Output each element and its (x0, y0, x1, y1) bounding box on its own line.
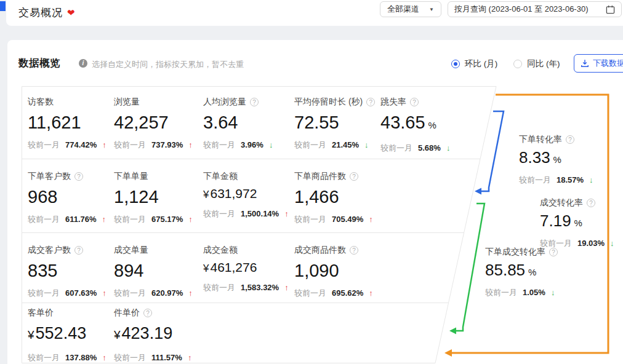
favorite-heart-icon[interactable]: ❤ (67, 7, 76, 18)
date-range-picker[interactable]: 按月查询 (2023-06-01 至 2023-06-30) (448, 1, 622, 17)
help-icon[interactable]: ? (143, 309, 152, 317)
change-value: 5.68% (418, 143, 441, 152)
metric-value: 894 (114, 261, 193, 280)
percent-suffix: % (528, 263, 536, 281)
page-title-text: 交易概况 (18, 6, 63, 20)
metric-value: 43.65% (380, 113, 450, 135)
metric-card-avg-stay-seconds: 平均停留时长 (秒)? 72.55 较前一月 21.45% ↓ (294, 97, 375, 149)
trend-arrow-icon: ↓ (610, 239, 614, 248)
help-icon[interactable]: ? (350, 172, 358, 181)
metric-card-order-conversion-rate: 下单转化率? 8.33% 较前一月 18.57% ↓ (519, 135, 593, 184)
help-icon[interactable]: ? (74, 246, 83, 255)
metric-change: 较前一月 18.57% ↓ (519, 175, 593, 184)
help-icon[interactable]: ? (410, 98, 419, 106)
radio-selected-icon (451, 60, 460, 68)
help-icon[interactable]: ? (74, 172, 83, 181)
metric-change: 较前一月 137.88% ↑ (28, 353, 107, 362)
metric-card-order-items: 下单商品件数? 1,466 较前一月 705.49% ↑ (294, 172, 373, 224)
trend-arrow-icon: ↑ (188, 353, 192, 362)
metric-value: 8.33% (519, 149, 593, 168)
metric-label: 下单转化率 (519, 134, 562, 145)
metric-label: 浏览量 (114, 97, 140, 108)
compare-prefix: 较前一月 (294, 214, 326, 225)
page-title: 交易概况 ❤ (18, 6, 76, 20)
compare-prefix: 较前一月 (380, 143, 412, 154)
trend-arrow-icon: ↓ (269, 140, 273, 149)
compare-prefix: 较前一月 (28, 140, 60, 151)
metric-label: 成交商品件数 (294, 245, 346, 256)
metric-change: 较前一月 19.03% ↓ (540, 239, 614, 248)
compare-prefix: 较前一月 (294, 140, 326, 151)
calendar-icon (606, 5, 615, 14)
metric-change: 较前一月 1.05% ↓ (485, 288, 558, 297)
metric-label: 件单价 (114, 307, 140, 318)
download-label: 下载数据 (593, 58, 623, 69)
metric-label: 下单单量 (114, 171, 148, 182)
metric-card-deal-amount: 成交金额 ¥461,276 较前一月 1,583.32% ↑ (203, 245, 289, 292)
metric-value: ¥552.43 (28, 323, 107, 345)
change-value: 18.57% (557, 175, 584, 184)
radio-year-over-year[interactable]: 同比 (年) (513, 58, 560, 69)
percent-suffix: % (574, 214, 582, 232)
trend-arrow-icon: ↑ (102, 353, 107, 362)
metric-change: 较前一月 611.76% ↑ (28, 215, 106, 224)
metric-card-order-to-deal-conversion-rate: 下单成交转化率? 85.85% 较前一月 1.05% ↓ (485, 247, 558, 297)
trend-arrow-icon: ↑ (369, 288, 373, 298)
trend-arrow-icon: ↓ (589, 175, 593, 184)
section-hint: 选择自定义时间，指标按天累加，暂不去重 (92, 59, 244, 70)
metric-change: 较前一月 774.42% ↑ (28, 140, 107, 149)
trend-arrow-icon: ↑ (188, 215, 193, 224)
help-icon[interactable]: ? (587, 199, 595, 207)
metric-value: 835 (28, 261, 107, 280)
metric-card-visitors: 访客数 11,621 较前一月 774.42% ↑ (28, 97, 107, 149)
metric-value: ¥631,972 (203, 186, 289, 203)
channel-select[interactable]: 全部渠道 ▼ (380, 1, 441, 17)
help-icon[interactable]: ? (350, 246, 358, 255)
metric-label: 下单金额 (203, 171, 238, 182)
date-range-value: 按月查询 (2023-06-01 至 2023-06-30) (454, 4, 589, 15)
metric-label: 成交金额 (203, 245, 238, 256)
metric-change: 较前一月 675.17% ↑ (114, 215, 193, 224)
trend-arrow-icon: ↓ (551, 288, 555, 297)
metric-change: 较前一月 737.93% ↑ (114, 140, 193, 149)
currency-symbol: ¥ (203, 187, 209, 203)
metric-card-avg-per-item: 件单价? ¥423.19 较前一月 111.57% ↑ (114, 308, 191, 362)
metric-label: 下单成交转化率 (485, 247, 545, 258)
metric-label: 平均停留时长 (秒) (294, 97, 363, 108)
help-icon[interactable]: ? (250, 98, 259, 106)
change-value: 774.42% (65, 140, 97, 149)
radio-month-over-month[interactable]: 环比 (月) (451, 58, 497, 69)
metric-label: 人均浏览量 (203, 97, 246, 108)
currency-symbol: ¥ (203, 261, 209, 277)
metric-card-order-count: 下单单量 1,124 较前一月 675.17% ↑ (114, 172, 193, 224)
metric-label: 下单客户数 (28, 171, 71, 182)
help-icon[interactable]: ? (366, 98, 375, 106)
metric-label: 客单价 (28, 307, 54, 318)
radio-mom-label: 环比 (月) (465, 58, 497, 69)
trend-arrow-icon: ↓ (364, 140, 369, 149)
compare-prefix: 较前一月 (114, 214, 146, 225)
download-data-button[interactable]: 下载数据 (574, 54, 623, 73)
metric-label: 下单商品件数 (294, 171, 346, 182)
trend-arrow-icon: ↓ (446, 143, 451, 152)
metric-value: 72.55 (294, 113, 375, 132)
metric-card-views-per-visitor: 人均浏览量? 3.64 较前一月 3.96% ↓ (203, 97, 273, 149)
metric-value: ¥423.19 (114, 323, 191, 345)
metric-value: 85.85% (485, 261, 558, 281)
change-value: 137.88% (65, 353, 97, 362)
metric-change: 较前一月 3.96% ↓ (203, 140, 273, 149)
help-icon[interactable]: ? (549, 248, 558, 256)
trend-arrow-icon: ↑ (284, 209, 289, 218)
download-icon (581, 59, 589, 68)
trend-arrow-icon: ↑ (102, 140, 107, 149)
compare-prefix: 较前一月 (114, 140, 146, 151)
help-icon[interactable]: ? (566, 135, 574, 144)
trend-arrow-icon: ↑ (284, 283, 289, 292)
metric-change: 较前一月 620.97% ↑ (114, 288, 193, 298)
currency-symbol: ¥ (114, 325, 121, 345)
compare-prefix: 较前一月 (28, 214, 60, 225)
change-value: 1,583.32% (241, 283, 279, 292)
change-value: 611.76% (65, 215, 97, 224)
metric-card-deal-items: 成交商品件数? 1,090 较前一月 695.62% ↑ (294, 245, 373, 298)
percent-suffix: % (428, 116, 436, 135)
